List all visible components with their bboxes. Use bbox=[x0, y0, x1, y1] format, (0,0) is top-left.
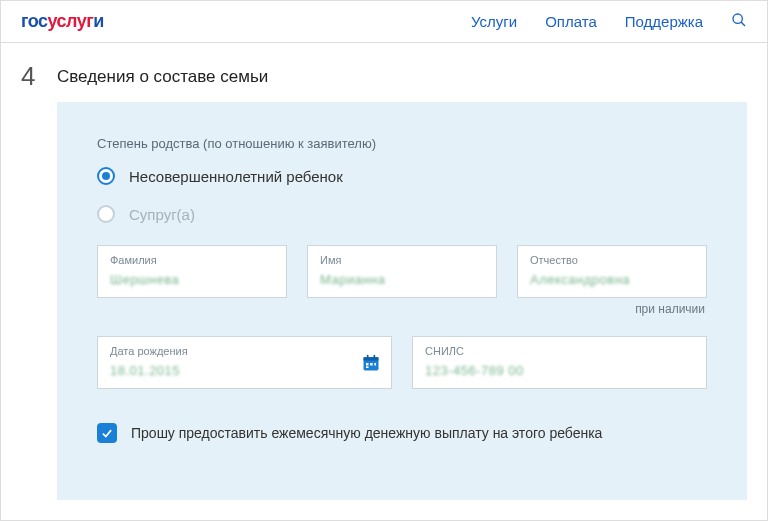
payment-checkbox-row: Прошу предоставить ежемесячную денежную … bbox=[97, 423, 707, 443]
calendar-icon[interactable] bbox=[361, 353, 381, 373]
svg-rect-6 bbox=[374, 363, 376, 366]
svg-rect-8 bbox=[367, 354, 369, 358]
header: госуслуги Услуги Оплата Поддержка bbox=[1, 1, 767, 43]
svg-rect-3 bbox=[364, 357, 379, 360]
step-header: 4 Сведения о составе семьи bbox=[1, 43, 767, 102]
snils-label: СНИЛС bbox=[425, 345, 694, 357]
birthdate-label: Дата рождения bbox=[110, 345, 379, 357]
name-value: Марианна bbox=[320, 272, 484, 287]
nav-services[interactable]: Услуги bbox=[471, 13, 517, 30]
name-label: Имя bbox=[320, 254, 484, 266]
step-title: Сведения о составе семьи bbox=[57, 61, 268, 87]
payment-checkbox[interactable] bbox=[97, 423, 117, 443]
birthdate-field[interactable]: Дата рождения 18.01.2015 bbox=[97, 336, 392, 389]
search-icon[interactable] bbox=[731, 12, 747, 31]
radio-minor-child-label: Несовершеннолетний ребенок bbox=[129, 168, 343, 185]
snils-field[interactable]: СНИЛС 123-456-789 00 bbox=[412, 336, 707, 389]
form-panel: Степень родства (по отношению к заявител… bbox=[57, 102, 747, 500]
payment-checkbox-label: Прошу предоставить ежемесячную денежную … bbox=[131, 425, 602, 441]
svg-line-1 bbox=[741, 22, 745, 26]
svg-rect-9 bbox=[374, 354, 376, 358]
logo[interactable]: госуслуги bbox=[21, 11, 104, 32]
surname-field[interactable]: Фамилия Шершнева bbox=[97, 245, 287, 298]
name-field[interactable]: Имя Марианна bbox=[307, 245, 497, 298]
top-nav: Услуги Оплата Поддержка bbox=[471, 12, 747, 31]
radio-spouse-label: Супруг(а) bbox=[129, 206, 195, 223]
patronymic-label: Отчество bbox=[530, 254, 694, 266]
svg-rect-5 bbox=[370, 363, 373, 366]
patronymic-field[interactable]: Отчество Александровна bbox=[517, 245, 707, 298]
patronymic-value: Александровна bbox=[530, 272, 694, 287]
radio-spouse bbox=[97, 205, 115, 223]
surname-label: Фамилия bbox=[110, 254, 274, 266]
svg-rect-7 bbox=[366, 366, 369, 368]
relationship-radio-group: Несовершеннолетний ребенок Супруг(а) bbox=[97, 167, 707, 223]
snils-value: 123-456-789 00 bbox=[425, 363, 694, 378]
nav-payment[interactable]: Оплата bbox=[545, 13, 597, 30]
nav-support[interactable]: Поддержка bbox=[625, 13, 703, 30]
birthdate-value: 18.01.2015 bbox=[110, 363, 379, 378]
patronymic-helper: при наличии bbox=[97, 302, 705, 316]
svg-rect-4 bbox=[366, 363, 369, 366]
surname-value: Шершнева bbox=[110, 272, 274, 287]
radio-minor-child[interactable] bbox=[97, 167, 115, 185]
relationship-caption: Степень родства (по отношению к заявител… bbox=[97, 136, 707, 151]
svg-point-0 bbox=[733, 14, 742, 23]
step-number: 4 bbox=[21, 61, 57, 92]
